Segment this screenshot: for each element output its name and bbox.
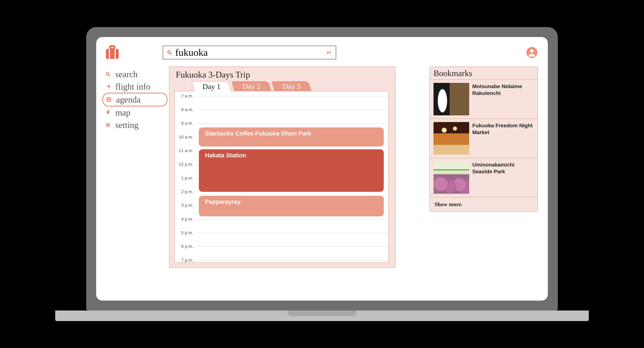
tab-label: Day 2	[242, 82, 260, 90]
bookmark-thumbnail	[434, 161, 469, 194]
event-area: Starbucks Coffee Fukuoka Ohori ParkHakat…	[196, 91, 388, 262]
svg-rect-11	[108, 99, 110, 99]
svg-rect-1	[110, 46, 114, 49]
enter-icon: ↵	[327, 49, 332, 56]
sidebar-item-setting[interactable]: setting	[102, 119, 168, 131]
sidebar-item-search[interactable]: search	[102, 68, 168, 80]
hour-label: 7 p.m.	[175, 258, 195, 263]
sidebar-nav: search ✈ flight info agenda map	[102, 66, 168, 297]
tab-day-2[interactable]: Day 2	[232, 81, 272, 91]
tab-day-3[interactable]: Day 3	[272, 81, 312, 91]
hour-label: 7 a.m.	[175, 94, 195, 99]
hour-label: 4 p.m.	[175, 217, 195, 222]
sidebar-item-label: agenda	[116, 95, 141, 105]
hour-gridline	[196, 246, 388, 247]
bookmark-thumbnail	[434, 83, 469, 115]
sidebar-item-flight-info[interactable]: ✈ flight info	[102, 80, 168, 93]
hour-label: 12 p.m.	[175, 162, 195, 167]
hour-label: 5 p.m.	[175, 230, 195, 235]
svg-line-5	[170, 53, 172, 54]
search-icon	[106, 72, 112, 77]
hour-gridline	[196, 110, 388, 110]
laptop-base	[55, 311, 589, 321]
hour-gridline	[196, 233, 388, 233]
sidebar-item-agenda[interactable]: agenda	[102, 93, 168, 106]
bookmarks-show-more[interactable]: Show more.	[430, 197, 538, 211]
agenda-icon	[106, 97, 113, 102]
laptop-frame: ↵ search ✈	[86, 27, 558, 321]
header: ↵	[102, 43, 538, 62]
bookmark-label: Uminonakamichi Seaside Park	[472, 161, 534, 175]
hour-label: 10 a.m.	[175, 135, 195, 140]
svg-point-8	[106, 72, 109, 75]
sidebar-item-label: search	[116, 69, 138, 79]
hour-label: 3 p.m.	[175, 203, 195, 208]
hour-label: 8 a.m.	[175, 107, 195, 112]
tab-label: Day 1	[202, 82, 220, 91]
app-logo-suitcase-icon	[102, 43, 122, 62]
bookmarks-sidebar: Bookmarks Motsunabe Nidaime Rakutenchi F…	[429, 66, 538, 297]
tab-day-1[interactable]: Day 1	[192, 81, 232, 91]
hour-gridline	[196, 192, 388, 192]
schedule-grid: 7 a.m.8 a.m.9 a.m.10 a.m.11 a.m.12 p.m.1…	[174, 91, 389, 263]
bookmark-item[interactable]: Motsunabe Nidaime Rakutenchi	[430, 80, 538, 119]
laptop-notch	[288, 311, 356, 316]
svg-point-7	[530, 49, 534, 53]
agenda-event[interactable]: Starbucks Coffee Fukuoka Ohori Park	[199, 128, 384, 147]
hour-gridline	[196, 96, 388, 96]
search-icon	[167, 50, 172, 55]
bookmark-label: Fukuoka Freedom Night Market	[472, 122, 534, 136]
svg-rect-2	[109, 49, 110, 59]
app-window: ↵ search ✈	[96, 37, 548, 301]
svg-rect-12	[108, 100, 110, 100]
bookmarks-title: Bookmarks	[430, 67, 538, 80]
hour-gridline	[196, 260, 388, 260]
agenda-event[interactable]: Hakata Station	[199, 149, 384, 192]
bookmark-thumbnail	[434, 122, 469, 155]
bookmarks-panel: Bookmarks Motsunabe Nidaime Rakutenchi F…	[429, 66, 538, 212]
search-input[interactable]	[175, 47, 327, 58]
bookmark-item[interactable]: Fukuoka Freedom Night Market	[430, 119, 538, 158]
tab-label: Day 3	[282, 82, 300, 90]
laptop-lid: ↵ search ✈	[86, 27, 558, 311]
hour-gridline	[196, 123, 388, 124]
agenda-panel: Fukuoka 3-Days Trip Day 1 Day 2 Day 3 7 …	[169, 66, 396, 268]
sidebar-item-label: flight info	[116, 82, 150, 92]
day-tabs: Day 1 Day 2 Day 3	[193, 81, 389, 91]
svg-point-4	[168, 51, 170, 53]
svg-point-15	[108, 124, 108, 126]
main-content: Fukuoka 3-Days Trip Day 1 Day 2 Day 3 7 …	[168, 66, 420, 297]
map-pin-icon	[106, 110, 112, 115]
svg-point-13	[108, 111, 109, 112]
sidebar-item-map[interactable]: map	[102, 106, 168, 119]
agenda-event[interactable]: Papparayray	[199, 196, 384, 216]
time-axis: 7 a.m.8 a.m.9 a.m.10 a.m.11 a.m.12 p.m.1…	[175, 91, 196, 262]
plane-icon: ✈	[106, 83, 112, 90]
bookmark-label: Motsunabe Nidaime Rakutenchi	[472, 83, 534, 96]
hour-label: 1 p.m.	[175, 176, 195, 180]
search-bar[interactable]: ↵	[162, 45, 336, 59]
hour-label: 9 a.m.	[175, 121, 195, 126]
hour-label: 2 p.m.	[175, 189, 195, 194]
sidebar-item-label: setting	[116, 120, 138, 130]
gear-icon	[106, 122, 112, 128]
svg-line-9	[109, 75, 110, 76]
svg-rect-3	[114, 49, 116, 59]
bookmark-item[interactable]: Uminonakamichi Seaside Park	[430, 158, 538, 197]
hour-label: 11 a.m.	[175, 148, 195, 153]
sidebar-item-label: map	[116, 108, 130, 118]
hour-label: 6 p.m.	[175, 244, 195, 249]
svg-rect-0	[106, 49, 119, 59]
agenda-title: Fukuoka 3-Days Trip	[176, 70, 389, 80]
hour-gridline	[196, 219, 388, 219]
user-avatar-icon[interactable]	[526, 46, 538, 59]
